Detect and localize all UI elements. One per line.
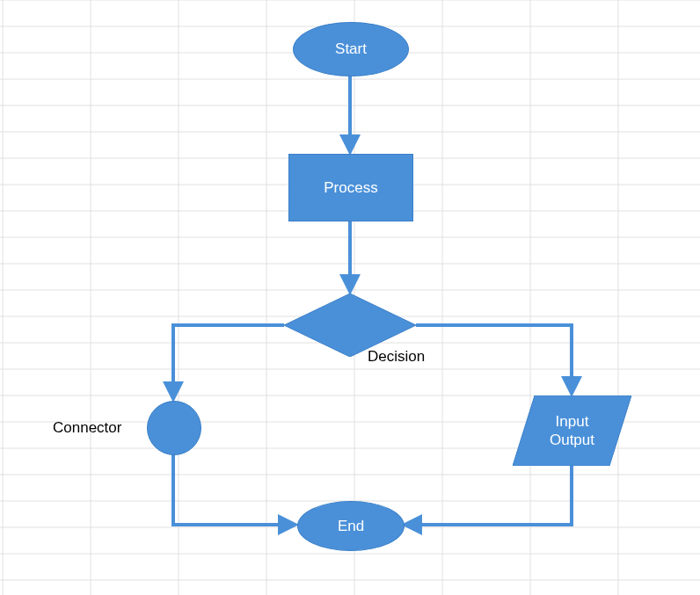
node-connector[interactable] [147,401,201,455]
node-end-label: End [338,517,364,535]
node-start-label: Start [335,40,367,58]
node-process[interactable]: Process [288,154,413,221]
node-process-label: Process [324,178,377,197]
node-decision-label: Decision [368,348,425,366]
node-io[interactable]: Input Output [513,395,631,466]
node-connector-label: Connector [53,419,121,437]
node-io-label: Input Output [550,412,594,450]
node-start[interactable]: Start [293,22,409,76]
node-end[interactable]: End [297,501,405,551]
